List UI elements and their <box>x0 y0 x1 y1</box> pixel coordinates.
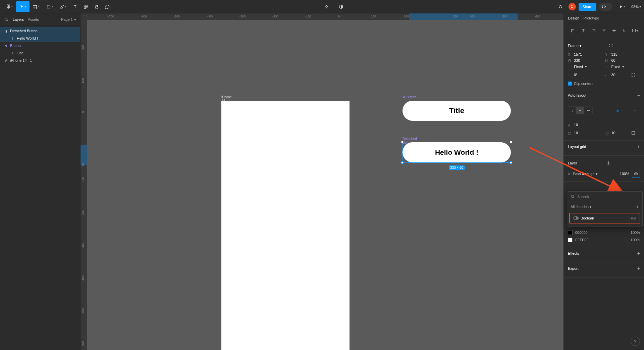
independent-padding[interactable] <box>627 129 640 137</box>
canvas[interactable]: -700 -600 -500 -400 -300 -200 -100 0 100… <box>80 13 564 350</box>
clip-content-checkbox[interactable]: ✓ <box>568 82 572 86</box>
dev-mode-toggle[interactable] <box>599 3 612 11</box>
shape-tool[interactable]: ▾ <box>43 1 56 12</box>
component-label[interactable]: ❖Button <box>402 95 416 99</box>
voice-button[interactable] <box>555 1 566 12</box>
frame-layer-icon: # <box>4 58 8 62</box>
variable-boolean-item[interactable]: Boolean True <box>569 213 640 223</box>
v-arrow-icon: ↕ <box>605 65 609 68</box>
direction-vertical[interactable]: ↓ <box>568 107 576 114</box>
horizontal-ruler: -700 -600 -500 -400 -300 -200 -100 0 100… <box>87 13 564 20</box>
components-button[interactable] <box>321 1 332 12</box>
page-selector[interactable]: Page 1▾ <box>61 17 76 22</box>
add-layout-grid[interactable]: + <box>637 144 640 149</box>
library-selector[interactable]: All libraries ▾ + <box>567 202 642 211</box>
variable-search-input[interactable] <box>577 195 639 199</box>
layer-title[interactable]: T Title <box>0 49 80 57</box>
h-input[interactable] <box>611 58 625 62</box>
comment-tool[interactable] <box>102 1 113 12</box>
search-icon[interactable] <box>4 17 9 22</box>
h-resize-mode[interactable]: ↔Fixed▾ <box>568 64 603 69</box>
dark-mode-button[interactable] <box>336 1 346 12</box>
layer-heading: Layer <box>568 161 577 165</box>
comment-icon <box>105 4 110 9</box>
share-button[interactable]: Share <box>579 3 596 11</box>
layer-hello-world[interactable]: T Hello World ! <box>0 35 80 42</box>
resize-handle-tl[interactable] <box>401 141 404 143</box>
align-right[interactable] <box>588 27 599 35</box>
align-hcenter-icon <box>581 28 586 33</box>
layer-detached-button[interactable]: ⫼ Detached Button <box>0 27 80 35</box>
distribute-icon <box>632 28 636 33</box>
padding-h-input[interactable] <box>574 131 587 135</box>
ruler-selection-h <box>409 13 518 20</box>
text-tool[interactable] <box>70 1 80 12</box>
fit-button[interactable] <box>582 42 640 50</box>
add-library[interactable]: + <box>636 204 639 209</box>
align-left[interactable] <box>568 27 578 35</box>
toolbar-center <box>113 1 555 12</box>
remove-autolayout[interactable]: − <box>637 93 640 98</box>
iphone-artboard[interactable] <box>221 101 350 350</box>
effects-section: Effects + <box>564 247 644 262</box>
align-top[interactable] <box>599 27 609 35</box>
color-row-white[interactable]: FFFFFF 100% <box>568 236 640 244</box>
hgap-input[interactable] <box>574 123 587 127</box>
padding-v-input[interactable] <box>611 131 625 135</box>
help-button[interactable]: ? <box>631 337 640 346</box>
button-component[interactable]: Title <box>402 101 511 121</box>
tab-assets[interactable]: Assets <box>26 16 41 23</box>
align-box[interactable]: ··· ·┃┃┃· ··· <box>608 101 627 120</box>
toggle-icon <box>573 216 579 220</box>
autolayout-more[interactable]: ⋯ <box>629 106 640 114</box>
y-input[interactable] <box>611 52 625 56</box>
colors-section: 000000 100% FFFFFF 100% <box>564 225 644 247</box>
resize-handle-tr[interactable] <box>510 141 512 143</box>
hgap-icon: ⫼ <box>568 123 572 127</box>
x-input[interactable] <box>574 52 587 56</box>
align-left-icon <box>571 28 575 33</box>
resources-tool[interactable] <box>80 1 91 12</box>
layer-iphone[interactable]: # iPhone 14 - 1 <box>0 57 80 64</box>
add-effect[interactable]: + <box>637 251 640 256</box>
tab-prototype[interactable]: Prototype <box>583 16 599 20</box>
radius-input[interactable] <box>611 73 625 77</box>
v-resize-mode[interactable]: ↕Fixed▾ <box>605 64 640 69</box>
layer-button-component[interactable]: ❖ Button <box>0 42 80 49</box>
tab-design[interactable]: Design <box>568 16 579 20</box>
pen-tool[interactable]: ▾ <box>56 1 70 12</box>
align-bottom[interactable] <box>620 27 630 35</box>
opacity-value[interactable]: 100% <box>620 172 629 176</box>
resize-handle-bl[interactable] <box>401 161 404 164</box>
text-layer-icon: T <box>11 51 15 55</box>
frame-tool[interactable]: ▾ <box>30 1 43 12</box>
add-export[interactable]: + <box>637 266 640 271</box>
resize-handle-br[interactable] <box>510 161 512 164</box>
layer-name: Title <box>17 51 23 55</box>
menu-button[interactable]: ▾ <box>3 1 16 12</box>
frame-heading: Frame ▾ <box>568 44 582 48</box>
distribute[interactable]: ▾ <box>630 27 640 35</box>
w-input[interactable] <box>574 58 587 62</box>
user-avatar[interactable]: O <box>569 3 576 10</box>
play-button[interactable]: ▾ <box>615 1 629 12</box>
padding-h-icon: ▢ <box>568 131 572 135</box>
tab-layers[interactable]: Layers <box>11 16 26 23</box>
independent-corners[interactable] <box>627 71 640 79</box>
align-vcenter[interactable] <box>609 27 620 35</box>
color-row-black[interactable]: 000000 100% <box>568 229 640 236</box>
rotation-input[interactable] <box>574 73 587 77</box>
visibility-toggle[interactable] <box>632 170 640 178</box>
layer-settings[interactable] <box>577 159 640 167</box>
direction-wrap[interactable]: ↩ <box>584 107 592 114</box>
zoom-control[interactable]: 98%▾ <box>631 4 641 9</box>
direction-horizontal[interactable]: → <box>576 107 584 114</box>
gear-icon <box>606 161 611 165</box>
hand-tool[interactable] <box>91 1 102 12</box>
move-tool[interactable]: ▾ <box>16 1 30 12</box>
svg-point-14 <box>572 195 574 198</box>
autolayout-section: Auto layout − ↓ → ↩ ··· ·┃┃┃· ··· ⋯ ⫼ ▢ … <box>564 89 644 141</box>
color-opacity: 100% <box>631 238 640 242</box>
align-hcenter[interactable] <box>578 27 589 35</box>
blend-mode[interactable]: Pass through ▾ <box>573 172 598 176</box>
